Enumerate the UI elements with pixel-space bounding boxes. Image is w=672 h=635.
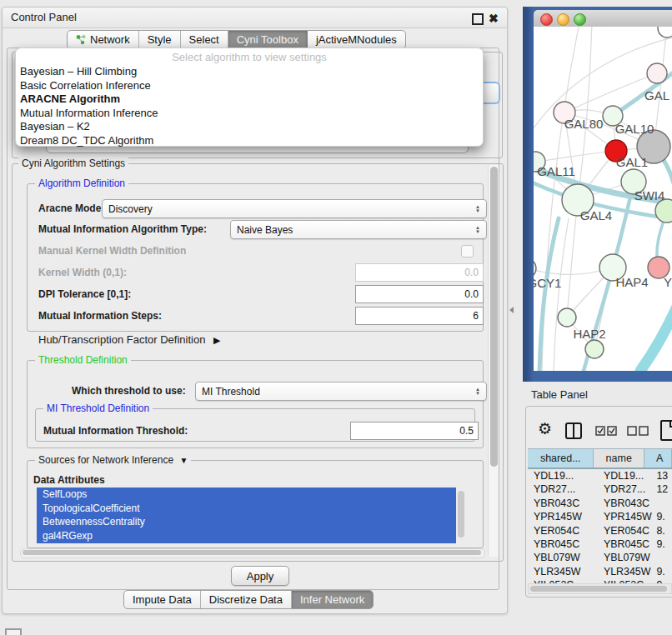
zoom-traffic-light-icon[interactable] [574,13,586,26]
mi-algorithm-type-label: Mutual Information Algorithm Type: [38,221,207,238]
network-node-label: GAL [644,88,669,102]
table-cell: YBR045C [601,538,654,551]
algorithm-option[interactable]: Mutual Information Inference [16,107,483,121]
sources-title: Sources for Network Inference [38,454,173,466]
table-cell: 9. [654,565,672,578]
column-header-partial[interactable]: A [644,449,672,468]
data-attributes-list[interactable]: SelfLoopsTopologicalCoefficientBetweenne… [37,488,456,543]
which-threshold-combobox[interactable]: MI Threshold ▲▼ [195,382,487,401]
algorithm-popup-list: Bayesian – Hill ClimbingBasic Correlatio… [16,65,483,148]
table-row[interactable]: YBR045CYBR045C9. [528,538,672,551]
close-traffic-light-icon[interactable] [540,13,553,26]
table-cell: YDR27... [528,482,601,496]
tab-select[interactable]: Select [181,31,228,48]
aracne-mode-combobox[interactable]: Discovery ▲▼ [102,199,487,218]
mi-steps-field[interactable]: 6 [355,307,484,325]
kernel-width-field[interactable]: 0.0 [355,263,484,282]
tab-infer-network[interactable]: Infer Network [292,591,373,608]
apply-button[interactable]: Apply [231,566,289,586]
algorithm-option[interactable]: Bayesian – K2 [16,120,483,134]
table-cell [654,551,672,564]
algorithm-dropdown-popup: Select algorithm to view settings Bayesi… [15,48,484,147]
table-cell: YDL19... [528,469,601,482]
table-row[interactable]: YER054CYER054C8. [528,524,672,538]
network-node[interactable] [658,27,672,38]
algorithm-option[interactable]: Dream8 DC_TDC Algorithm [16,134,483,148]
algorithm-option[interactable]: Basic Correlation Inference [16,79,483,93]
tab-impute-data[interactable]: Impute Data [124,591,201,608]
attributes-scrollbar-thumb[interactable] [458,491,464,538]
tab-style[interactable]: Style [139,31,181,48]
network-node-label: GAL80 [564,117,604,131]
table-cell: YER054C [528,524,601,538]
network-window-titlebar[interactable] [534,10,672,28]
table-row[interactable]: YPR145WYPR145W9. [528,510,672,523]
network-edge [535,151,616,162]
tab-discretize-data-label: Discretize Data [209,593,283,606]
table-row[interactable]: YBR043CYBR043C [528,497,672,510]
hub-definition-toggle[interactable]: Hub/Transcription Factor Definition ▶ [38,333,220,346]
algorithm-option[interactable]: Bayesian – Hill Climbing [16,65,483,79]
sources-toggle[interactable]: Sources for Network Inference ▼ [35,454,191,466]
table-horizontal-scrollbar-thumb[interactable] [530,586,667,592]
tab-jactivemnodules[interactable]: jActiveMNodules [308,31,405,48]
tab-discretize-data[interactable]: Discretize Data [201,591,292,608]
network-edge [640,307,672,371]
column-header-name[interactable]: name [594,449,644,468]
new-table-icon[interactable] [660,420,672,441]
data-attribute-item[interactable]: TopologicalCoefficient [37,502,456,516]
mi-algorithm-type-combobox[interactable]: Naive Bayes ▲▼ [230,220,487,239]
minimized-panel-icon[interactable] [5,628,22,635]
table-row[interactable]: YDR27...YDR27...12 [528,482,672,496]
settings-horizontal-scrollbar-thumb[interactable] [23,550,481,555]
collapse-down-icon: ▼ [179,456,188,465]
data-attribute-item[interactable]: gal4RGexp [37,529,456,543]
algorithm-option[interactable]: ARACNE Algorithm [16,92,483,107]
minimize-traffic-light-icon[interactable] [557,13,569,26]
table-row[interactable]: YDL19...YDL19...13 [528,469,672,482]
network-edge [567,200,578,318]
kernel-width-label: Kernel Width (0,1): [38,264,127,281]
panel-divider-grip-icon[interactable] [509,307,514,313]
network-edge [578,27,592,200]
settings-vertical-scrollbar-thumb[interactable] [490,167,498,467]
network-node[interactable] [647,63,667,83]
column-view-icon[interactable] [565,422,582,439]
table-cell [654,497,672,510]
threshold-definition-title: Threshold Definition [35,354,131,366]
tab-jactivemnodules-label: jActiveMNodules [316,33,397,46]
select-all-checkboxes-icon[interactable] [595,426,617,436]
table-row[interactable]: YBL079WYBL079W [528,551,672,564]
tab-network[interactable]: Network [68,31,139,48]
dpi-tolerance-field[interactable]: 0.0 [355,285,484,303]
table-row[interactable]: YLR345WYLR345W9. [528,565,672,578]
control-panel-title: Control Panel [3,11,77,23]
which-threshold-label: Which threshold to use: [72,382,186,399]
float-window-icon[interactable] [472,13,484,25]
manual-kernel-width-checkbox[interactable] [461,245,474,258]
gear-icon[interactable]: ⚙ [538,421,552,437]
network-edge [554,218,569,371]
deselect-all-checkboxes-icon[interactable] [627,426,649,436]
settings-horizontal-scrollbar[interactable] [20,548,485,558]
application-root: Control Panel ✖ Network Style Select Cyn… [0,0,672,635]
algorithm-popup-prompt: Select algorithm to view settings [16,51,483,65]
network-node[interactable] [558,308,576,327]
network-graph-icon [76,34,86,45]
tab-cyni-toolbox[interactable]: Cyni Toolbox [228,31,308,48]
close-window-icon[interactable]: ✖ [489,12,499,24]
column-header-shared-name[interactable]: shared... [528,449,594,468]
network-canvas[interactable]: GALGAL80GAL10GAL1GAL11SWI4GAL4GCY1HAP4YH… [534,27,672,371]
data-attribute-item[interactable]: BetweennessCentrality [37,515,456,529]
table-cell: 13 [654,469,672,482]
table-cell: YER054C [601,524,654,538]
table-cell: 12 [654,482,672,496]
table-cell: YBR045C [528,538,601,551]
settings-vertical-scrollbar[interactable] [488,165,499,557]
aracne-mode-value: Discovery [108,203,153,215]
tab-style-label: Style [148,33,172,46]
network-node[interactable] [585,340,604,358]
table-horizontal-scrollbar[interactable] [528,583,672,594]
data-attribute-item[interactable]: SelfLoops [37,488,456,502]
mi-threshold-field[interactable]: 0.5 [350,422,479,440]
